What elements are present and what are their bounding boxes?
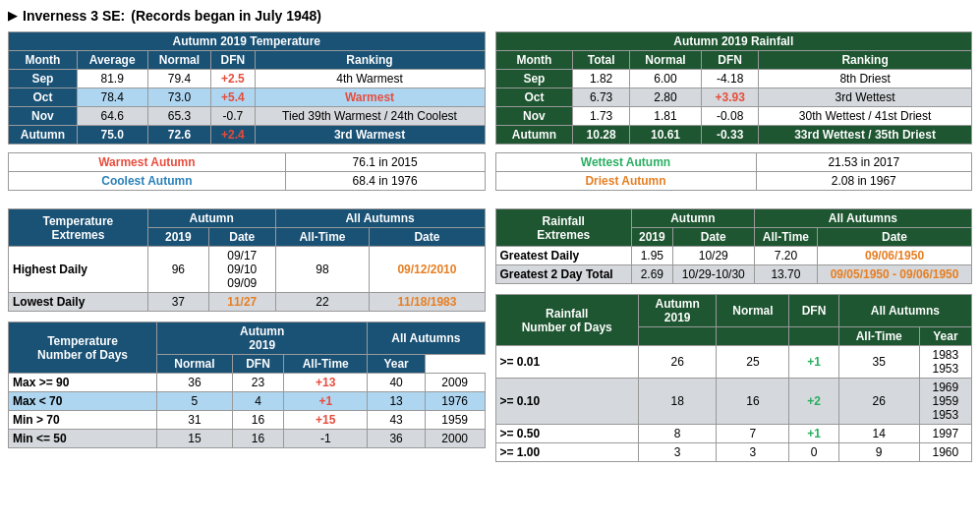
wettest-label: Wettest Autumn (495, 153, 756, 172)
extreme-label: Lowest Daily (9, 293, 148, 312)
extreme-label: Highest Daily (9, 247, 148, 293)
rain-days-normal: 25 (717, 346, 789, 379)
rain-days-year: 1960 (919, 443, 971, 462)
table-row: >= 0.01 26 25 +1 35 19831953 (495, 346, 972, 379)
table-row: Sep 1.82 6.00 -4.18 8th Driest (495, 70, 972, 88)
dfn-cell: -0.33 (702, 126, 759, 145)
days-alltime: 36 (368, 430, 425, 448)
extreme-val: 96 (147, 247, 208, 293)
days-label: Max >= 90 (9, 374, 157, 392)
temp-col-average: Average (77, 51, 147, 70)
coolest-value: 68.4 in 1976 (285, 172, 485, 191)
days-header1: TemperatureNumber of Days (9, 322, 157, 374)
subtitle: (Records began in July 1948) (131, 8, 321, 24)
days-2019: 31 (157, 411, 233, 430)
table-row: Oct 78.4 73.0 +5.4 Warmest (9, 88, 486, 107)
rain-days-2019: 18 (638, 379, 717, 425)
days-dfn-header: DFN (232, 355, 283, 374)
station-name: Inverness 3 SE: (23, 8, 125, 24)
table-row: Nov 64.6 65.3 -0.7 Tied 39th Warmest / 2… (9, 107, 486, 126)
rain-extreme-val: 1.95 (631, 247, 672, 265)
days-2019: 5 (157, 392, 233, 411)
rain-days-label: >= 0.50 (495, 425, 638, 443)
ranking-cell: 8th Driest (759, 70, 972, 88)
temp-col-normal: Normal (147, 51, 211, 70)
normal-cell: 2.80 (629, 88, 701, 107)
table-row: >= 0.50 8 7 +1 14 1997 (495, 425, 972, 443)
month-cell: Oct (495, 88, 573, 107)
rain-days-normal: 7 (717, 425, 789, 443)
rain-days-allautumns-header: All Autumns (838, 295, 971, 327)
rain-days-2019-sub (638, 327, 717, 346)
normal-cell: 6.00 (629, 70, 701, 88)
days-year-header: Year (368, 355, 425, 374)
days-normal: 16 (232, 430, 283, 448)
rain-table: Autumn 2019 Rainfall Month Total Normal … (495, 31, 973, 145)
month-cell: Sep (9, 70, 78, 88)
wettest-value: 21.53 in 2017 (756, 153, 972, 172)
table-row: >= 1.00 3 3 0 9 1960 (495, 443, 972, 462)
rain-days-dfn: 0 (789, 443, 838, 462)
month-cell: Autumn (9, 126, 78, 145)
days-2019: 15 (157, 430, 233, 448)
avg-cell: 64.6 (77, 107, 147, 126)
rain-extremes-table: RainfallExtremes Autumn All Autumns 2019… (495, 208, 973, 284)
extreme-alltime-date: 09/12/2010 (370, 247, 485, 293)
ranking-cell: 33rd Wettest / 35th Driest (759, 126, 972, 145)
page-title: ▶ Inverness 3 SE: (Records began in July… (8, 8, 972, 24)
rain-table-header: Autumn 2019 Rainfall (495, 32, 972, 51)
rain-days-dfn: +1 (789, 346, 838, 379)
ranking-cell: 3rd Warmest (255, 126, 485, 145)
normal-cell: 10.61 (629, 126, 701, 145)
rain-col-normal: Normal (629, 51, 701, 70)
wettest-table: Wettest Autumn 21.53 in 2017 Driest Autu… (495, 152, 973, 191)
rain-records: Wettest Autumn 21.53 in 2017 Driest Autu… (495, 152, 973, 199)
rain-extremes-alltime-date-header: Date (818, 228, 972, 247)
rain-extreme-val: 2.69 (631, 265, 672, 284)
rain-days-normal-header: Normal (717, 295, 789, 327)
days-year: 1959 (425, 411, 485, 430)
rain-col-dfn: DFN (702, 51, 759, 70)
table-row: Greatest 2 Day Total 2.69 10/29-10/30 13… (495, 265, 972, 284)
days-year: 2000 (425, 430, 485, 448)
temp-col-month: Month (9, 51, 78, 70)
rain-days-dfn-header: DFN (789, 295, 838, 327)
rain-days-normal: 16 (717, 379, 789, 425)
rain-days-alltime: 14 (838, 425, 919, 443)
table-row: Highest Daily 96 09/1709/1009/09 98 09/1… (9, 247, 486, 293)
rain-extreme-alltime: 7.20 (754, 247, 817, 265)
temp-col-ranking: Ranking (255, 51, 485, 70)
rain-days-year: 196919591953 (919, 379, 971, 425)
warmest-table: Warmest Autumn 76.1 in 2015 Coolest Autu… (8, 152, 486, 191)
rain-extremes-date-header: Date (672, 228, 754, 247)
rain-days-2019: 26 (638, 346, 717, 379)
rain-days-label: >= 0.10 (495, 379, 638, 425)
rain-days-alltime-header: All-Time (838, 327, 919, 346)
table-row: Max < 70 5 4 +1 13 1976 (9, 392, 486, 411)
days-label: Min <= 50 (9, 430, 157, 448)
rain-days-2019: 3 (638, 443, 717, 462)
dfn-cell: +5.4 (211, 88, 255, 107)
rain-days-label: >= 1.00 (495, 443, 638, 462)
rain-days-alltime: 9 (838, 443, 919, 462)
dfn-cell: +2.4 (211, 126, 255, 145)
rain-extremes-header1: RainfallExtremes (495, 209, 631, 247)
extreme-date: 11/27 (208, 293, 275, 312)
rain-days-year-header: Year (919, 327, 971, 346)
rain-days-2019: 8 (638, 425, 717, 443)
days-normal: 23 (232, 374, 283, 392)
days-year: 2009 (425, 374, 485, 392)
days-normal-header: Normal (157, 355, 233, 374)
days-autumn-header: Autumn2019 (157, 322, 368, 355)
normal-cell: 1.81 (629, 107, 701, 126)
days-normal: 16 (232, 411, 283, 430)
dfn-cell: -4.18 (702, 70, 759, 88)
extremes-2019-header: 2019 (147, 228, 208, 247)
table-row: Oct 6.73 2.80 +3.93 3rd Wettest (495, 88, 972, 107)
rain-days-alltime: 26 (838, 379, 919, 425)
ranking-cell: Tied 39th Warmest / 24th Coolest (255, 107, 485, 126)
rain-days-alltime: 35 (838, 346, 919, 379)
total-cell: 1.73 (573, 107, 629, 126)
temp-days-table: TemperatureNumber of Days Autumn2019 All… (8, 322, 486, 448)
rain-days-label: >= 0.01 (495, 346, 638, 379)
